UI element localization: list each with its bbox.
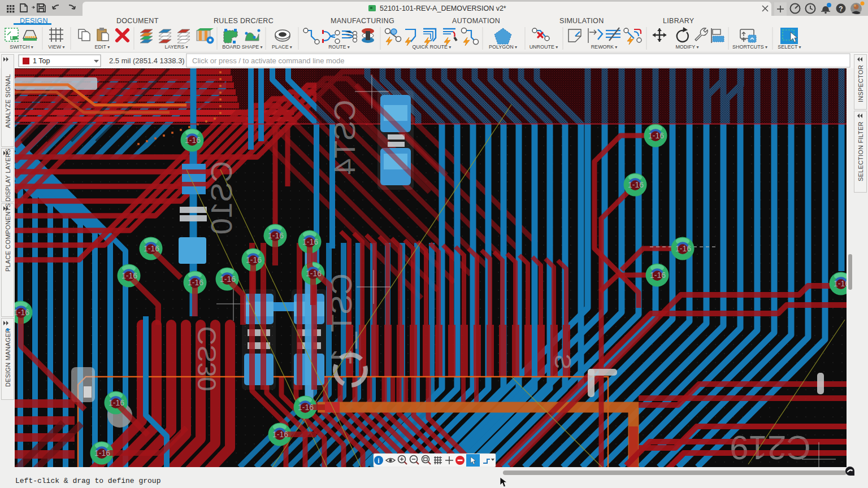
svg-text:1-16: 1-16	[94, 448, 110, 457]
svg-text:1-16: 1-16	[650, 271, 666, 280]
svg-text:C219: C219	[730, 429, 810, 467]
svg-text:1-16: 1-16	[272, 430, 288, 439]
svg-text:CS30: CS30	[192, 326, 222, 391]
svg-text:1-16: 1-16	[220, 274, 236, 284]
svg-text:S: S	[550, 354, 575, 369]
svg-text:CST4: CST4	[328, 100, 361, 175]
svg-text:1 Top: 1 Top	[33, 57, 50, 65]
svg-text:1-16: 1-16	[144, 244, 159, 253]
svg-text:1-16: 1-16	[121, 271, 137, 280]
svg-text:1-16: 1-16	[15, 308, 29, 317]
svg-text:1-16: 1-16	[834, 279, 847, 288]
svg-text:1-16: 1-16	[188, 278, 203, 287]
svg-text:1-16: 1-16	[185, 136, 201, 145]
svg-text:1-16: 1-16	[675, 244, 691, 253]
svg-text:i: i	[377, 457, 379, 465]
svg-text:?: ?	[839, 5, 843, 13]
svg-text:1-16: 1-16	[628, 180, 644, 189]
svg-text:1-16: 1-16	[298, 403, 314, 412]
svg-text:1-16: 1-16	[306, 269, 322, 278]
svg-text:2.5 mil (2851.4 1338.3): 2.5 mil (2851.4 1338.3)	[109, 56, 185, 65]
svg-text:1-16: 1-16	[246, 255, 262, 264]
svg-text:1-16: 1-16	[648, 131, 664, 140]
svg-text:52101-101-REV-A_DEMOVERSION v2: 52101-101-REV-A_DEMOVERSION v2*	[380, 5, 506, 12]
svg-text:1-16: 1-16	[302, 237, 318, 246]
svg-text:1-16: 1-16	[108, 398, 124, 407]
svg-text:1-16: 1-16	[268, 231, 284, 240]
svg-text:Click or press / to activate c: Click or press / to activate command lin…	[192, 56, 345, 65]
